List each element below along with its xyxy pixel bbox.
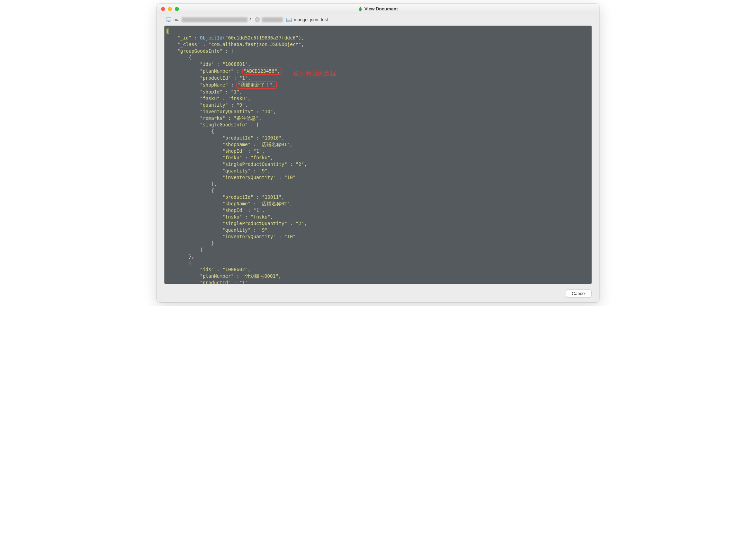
breadcrumb-connection[interactable]: ma /	[166, 17, 251, 22]
cancel-button[interactable]: Cancel	[566, 290, 592, 297]
breadcrumb-database[interactable]	[254, 17, 283, 22]
json-document: { "_id" : ObjectId("60c1dd52c6f19836a37f…	[166, 28, 589, 284]
monitor-icon	[166, 17, 171, 22]
minimize-icon[interactable]	[168, 7, 172, 11]
svg-rect-3	[286, 18, 291, 21]
table-icon	[286, 17, 292, 22]
redacted-database	[262, 17, 283, 22]
database-icon	[254, 17, 260, 22]
breadcrumb-collection[interactable]: mongo_json_test	[286, 17, 328, 22]
window-title-text: View Document	[364, 6, 398, 11]
svg-rect-1	[168, 21, 170, 22]
redacted-host	[182, 17, 248, 22]
dialog-footer: Cancel	[157, 284, 599, 298]
annotation-updated-data: 被更新后的数据	[293, 70, 336, 77]
svg-rect-0	[166, 18, 171, 21]
titlebar: View Document	[157, 4, 599, 14]
maximize-icon[interactable]	[175, 7, 179, 11]
highlight-plan-number: "ABCD123456",	[242, 68, 282, 75]
breadcrumb: ma / mongo_json_test	[157, 14, 599, 26]
breadcrumb-collection-name: mongo_json_test	[294, 17, 328, 22]
dialog-window: View Document ma / mongo_json_test 被更新后的…	[156, 3, 600, 303]
breadcrumb-sep: /	[250, 17, 251, 22]
highlight-shop-name: "我被更新了！",	[236, 81, 277, 89]
mongodb-leaf-icon	[358, 7, 362, 11]
window-title: View Document	[157, 6, 599, 11]
breadcrumb-host-prefix: ma	[173, 17, 180, 22]
close-icon[interactable]	[161, 7, 165, 11]
document-code-viewer[interactable]: 被更新后的数据 { "_id" : ObjectId("60c1dd52c6f1…	[164, 26, 592, 284]
traffic-lights	[157, 7, 179, 11]
